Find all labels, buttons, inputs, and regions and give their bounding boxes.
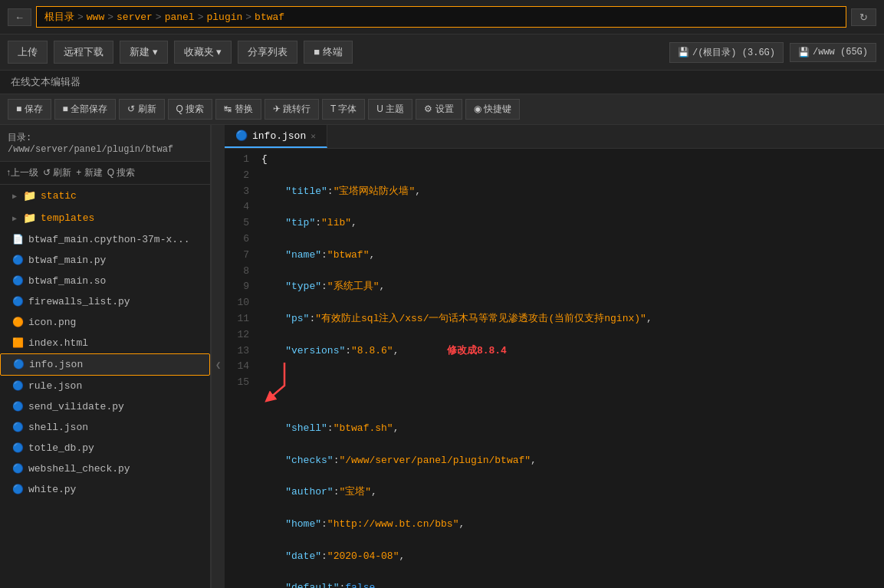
- sep4: >: [198, 11, 204, 23]
- sidebar-item-label: btwaf_main.cpython-37m-x...: [28, 234, 190, 245]
- sidebar-item-rule-json[interactable]: 🔵 rule.json: [0, 376, 210, 396]
- sidebar-item-label: btwaf_main.so: [28, 275, 106, 287]
- back-button[interactable]: ←: [8, 8, 31, 26]
- theme-button[interactable]: U 主题: [368, 99, 412, 120]
- annotation-arrow: [261, 359, 307, 405]
- sidebar-item-label: index.html: [28, 337, 88, 349]
- root-storage-label: /(根目录) (3.6G): [692, 46, 775, 59]
- sep1: >: [77, 11, 84, 23]
- file-icon: 📄: [12, 234, 24, 245]
- settings-button[interactable]: ⚙ 设置: [416, 99, 462, 120]
- sidebar-item-label: webshell_check.py: [28, 463, 130, 475]
- favorites-button[interactable]: 收藏夹 ▾: [174, 41, 232, 64]
- sidebar-item-btwaf-so[interactable]: 🔵 btwaf_main.so: [0, 271, 210, 291]
- sidebar-item-send[interactable]: 🔵 send_vilidate.py: [0, 396, 210, 417]
- breadcrumb-panel[interactable]: panel: [165, 11, 195, 23]
- share-list-button[interactable]: 分享列表: [238, 41, 297, 64]
- save-all-button[interactable]: ■ 全部保存: [54, 99, 117, 120]
- font-button[interactable]: T 字体: [322, 99, 365, 120]
- new-button[interactable]: 新建 ▾: [120, 41, 168, 64]
- sidebar-list: 📁 static 📁 templates 📄 btwaf_main.cpytho…: [0, 185, 210, 588]
- file-icon: 🔵: [12, 484, 24, 495]
- sidebar-item-label: firewalls_list.py: [28, 296, 130, 307]
- upload-button[interactable]: 上传: [8, 41, 48, 64]
- file-icon: 🟠: [12, 317, 24, 328]
- tab-info-json[interactable]: 🔵 info.json ✕: [225, 125, 327, 148]
- sep3: >: [156, 11, 162, 23]
- breadcrumb-root[interactable]: 根目录: [44, 10, 74, 24]
- sidebar: 目录: /www/server/panel/plugin/btwaf ↑上一级 …: [0, 125, 211, 588]
- breadcrumb-plugin[interactable]: plugin: [206, 11, 242, 23]
- nav-refresh-button[interactable]: ↻: [851, 8, 876, 26]
- file-icon: 🔵: [12, 463, 24, 475]
- replace-button[interactable]: ↹ 替换: [215, 99, 261, 120]
- sidebar-item-label: rule.json: [28, 380, 82, 392]
- www-storage-label: /www (65G): [813, 47, 868, 57]
- storage-info: 💾 /(根目录) (3.6G) 💾 /www (65G): [669, 42, 876, 63]
- sidebar-item-icon[interactable]: 🟠 icon.png: [0, 312, 210, 333]
- sidebar-actions: ↑上一级 ↺ 刷新 + 新建 Q 搜索: [0, 162, 210, 185]
- sidebar-item-firewalls[interactable]: 🔵 firewalls_list.py: [0, 291, 210, 312]
- file-icon: 🔵: [12, 296, 24, 307]
- sidebar-search-button[interactable]: Q 搜索: [107, 166, 136, 179]
- tab-icon: 🔵: [235, 130, 248, 142]
- sidebar-item-label: white.py: [28, 484, 76, 495]
- file-icon: 🔵: [13, 359, 25, 370]
- sidebar-item-shell-json[interactable]: 🔵 shell.json: [0, 417, 210, 438]
- folder-icon: 📁: [23, 212, 36, 225]
- sidebar-item-white[interactable]: 🔵 white.py: [0, 479, 210, 500]
- file-icon: 🔵: [12, 442, 24, 454]
- sep5: >: [245, 11, 251, 23]
- sidebar-dir: 目录: /www/server/panel/plugin/btwaf: [0, 125, 210, 162]
- editor-toolbar: ■ 保存 ■ 全部保存 ↺ 刷新 Q 搜索 ↹ 替换 ✈ 跳转行 T 字体 U …: [0, 94, 884, 125]
- sidebar-item-info-json[interactable]: 🔵 info.json: [0, 353, 210, 376]
- sidebar-item-totle[interactable]: 🔵 totle_db.py: [0, 438, 210, 458]
- sidebar-item-webshell[interactable]: 🔵 webshell_check.py: [0, 458, 210, 479]
- breadcrumb-server[interactable]: server: [117, 11, 153, 23]
- sidebar-item-btwaf-py[interactable]: 🔵 btwaf_main.py: [0, 250, 210, 271]
- folder-icon: 📁: [23, 189, 36, 202]
- www-storage: 💾 /www (65G): [790, 43, 876, 62]
- collapse-sidebar-button[interactable]: ❮: [211, 125, 225, 588]
- sidebar-item-label: btwaf_main.py: [28, 255, 106, 266]
- sidebar-item-label: icon.png: [28, 317, 76, 328]
- remote-download-button[interactable]: 远程下载: [54, 41, 113, 64]
- code-content[interactable]: { "title":"宝塔网站防火墙", "tip":"lib", "name"…: [255, 152, 884, 588]
- file-icon: 🔵: [12, 275, 24, 287]
- file-icon: 🔵: [12, 380, 24, 392]
- sidebar-item-label: static: [41, 190, 77, 202]
- sidebar-refresh-button[interactable]: ↺ 刷新: [43, 166, 71, 179]
- sidebar-item-cpython[interactable]: 📄 btwaf_main.cpython-37m-x...: [0, 229, 210, 250]
- main-area: 目录: /www/server/panel/plugin/btwaf ↑上一级 …: [0, 125, 884, 588]
- sidebar-item-templates[interactable]: 📁 templates: [0, 207, 210, 229]
- sidebar-item-label: info.json: [29, 359, 83, 370]
- save-button[interactable]: ■ 保存: [8, 99, 51, 120]
- sidebar-item-label: shell.json: [28, 422, 88, 433]
- up-level-button[interactable]: ↑上一级: [6, 166, 38, 179]
- refresh-button[interactable]: ↺ 刷新: [119, 99, 164, 120]
- root-storage: 💾 /(根目录) (3.6G): [669, 42, 784, 63]
- sep2: >: [107, 11, 113, 23]
- editor-area: 🔵 info.json ✕ 12345 678910 1112131415 { …: [225, 125, 884, 588]
- top-nav: ← 根目录 > www > server > panel > plugin > …: [0, 0, 884, 34]
- breadcrumb-btwaf[interactable]: btwaf: [255, 11, 284, 23]
- file-icon: 🔵: [12, 422, 24, 433]
- breadcrumb-www[interactable]: www: [87, 11, 104, 23]
- file-icon: 🔵: [12, 401, 24, 412]
- code-editor[interactable]: 12345 678910 1112131415 { "title":"宝塔网站防…: [225, 149, 884, 588]
- terminal-button[interactable]: ■ 终端: [304, 41, 352, 64]
- sidebar-item-label: send_vilidate.py: [28, 401, 124, 412]
- search-button[interactable]: Q 搜索: [168, 99, 213, 120]
- tab-close-button[interactable]: ✕: [311, 131, 316, 141]
- goto-button[interactable]: ✈ 跳转行: [265, 99, 319, 120]
- shortcut-button[interactable]: ◉ 快捷键: [465, 99, 520, 120]
- sidebar-item-label: templates: [41, 212, 94, 224]
- file-icon: 🔵: [12, 255, 24, 266]
- sidebar-item-static[interactable]: 📁 static: [0, 185, 210, 207]
- breadcrumb: 根目录 > www > server > panel > plugin > bt…: [36, 6, 846, 28]
- editor-label: 在线文本编辑器: [0, 71, 884, 94]
- toolbar: 上传 远程下载 新建 ▾ 收藏夹 ▾ 分享列表 ■ 终端 💾 /(根目录) (3…: [0, 34, 884, 71]
- hdd2-icon: 💾: [798, 47, 810, 58]
- sidebar-new-button[interactable]: + 新建: [76, 166, 102, 179]
- sidebar-item-index[interactable]: 🟧 index.html: [0, 333, 210, 353]
